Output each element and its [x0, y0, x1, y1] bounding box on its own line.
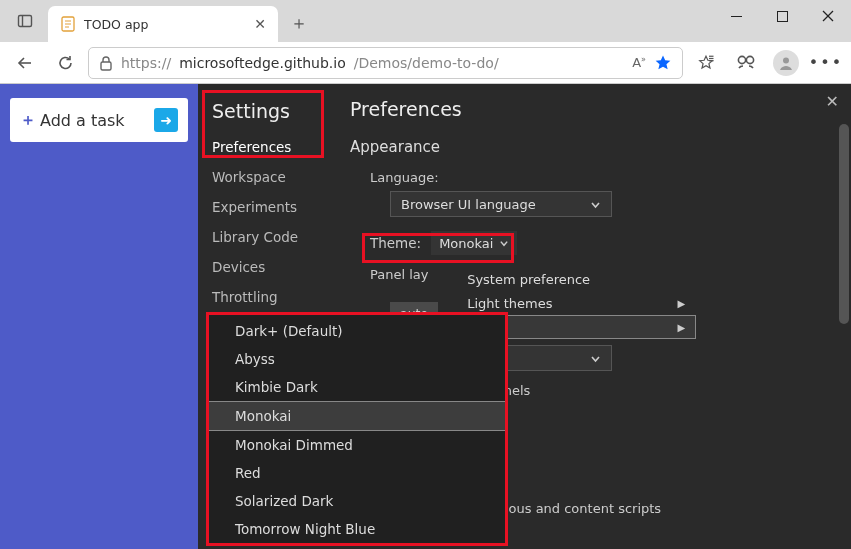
- read-aloud-icon[interactable]: A»: [632, 55, 646, 70]
- chevron-down-icon: [590, 353, 601, 364]
- theme-select[interactable]: Monokai: [431, 231, 517, 255]
- chevron-down-icon: [590, 199, 601, 210]
- address-bar[interactable]: https://microsoftedge.github.io/Demos/de…: [88, 47, 683, 79]
- window-titlebar: TODO app ✕ ＋: [0, 0, 851, 42]
- tab-close-icon[interactable]: ✕: [254, 16, 266, 32]
- window-close-button[interactable]: [805, 0, 851, 32]
- profile-button[interactable]: [769, 47, 803, 79]
- sidebar-item-workspace[interactable]: Workspace: [198, 162, 326, 192]
- svg-rect-7: [777, 11, 787, 21]
- theme-option-selected[interactable]: Monokai: [208, 401, 506, 431]
- theme-group-system[interactable]: System preference: [456, 267, 696, 291]
- arrow-right-icon: ▶: [677, 298, 685, 309]
- theme-dropdown: Dark+ (Default) Abyss Kimbie Dark Monoka…: [208, 314, 506, 544]
- theme-option[interactable]: Abyss: [209, 345, 505, 373]
- tab-actions-icon[interactable]: [8, 4, 42, 38]
- submit-task-button[interactable]: ➜: [154, 108, 178, 132]
- avatar-icon: [773, 50, 799, 76]
- theme-option[interactable]: Kimbie Dark: [209, 373, 505, 401]
- svg-point-15: [738, 56, 745, 63]
- url-host: microsoftedge.github.io: [179, 55, 346, 71]
- tab-title: TODO app: [84, 17, 254, 32]
- site-info-icon[interactable]: [99, 55, 113, 71]
- panel-layout-label: Panel lay: [370, 267, 438, 282]
- more-button[interactable]: •••: [809, 47, 843, 79]
- theme-option[interactable]: Tomorrow Night Blue: [209, 515, 505, 543]
- theme-label: Theme:: [370, 235, 421, 251]
- maximize-button[interactable]: [759, 0, 805, 32]
- scrollbar[interactable]: [839, 124, 849, 324]
- theme-value: Monokai: [439, 236, 493, 251]
- sidebar-item-preferences[interactable]: Preferences: [198, 132, 326, 162]
- minimize-button[interactable]: [713, 0, 759, 32]
- browser-tab[interactable]: TODO app ✕: [48, 6, 278, 42]
- new-tab-button[interactable]: ＋: [282, 6, 316, 40]
- language-value: Browser UI language: [401, 197, 536, 212]
- arrow-right-icon: ▶: [677, 322, 685, 333]
- language-select[interactable]: Browser UI language: [390, 191, 612, 217]
- toolbar: https://microsoftedge.github.io/Demos/de…: [0, 42, 851, 84]
- window-controls: [713, 0, 851, 32]
- chevron-down-icon: [499, 238, 509, 248]
- back-button[interactable]: [8, 47, 42, 79]
- theme-option[interactable]: Red: [209, 459, 505, 487]
- app-sidebar: ＋Add a task ➜: [0, 84, 198, 549]
- favorites-button[interactable]: [689, 47, 723, 79]
- theme-group-light[interactable]: Light themes▶: [456, 291, 696, 315]
- svg-rect-11: [101, 62, 111, 70]
- theme-option[interactable]: Dark+ (Default): [209, 317, 505, 345]
- settings-title: Settings: [198, 94, 326, 132]
- plus-icon: ＋: [20, 110, 36, 131]
- add-task-label: Add a task: [40, 111, 125, 130]
- add-task-input[interactable]: ＋Add a task ➜: [10, 98, 188, 142]
- sidebar-item-devices[interactable]: Devices: [198, 252, 326, 282]
- language-label: Language:: [370, 170, 831, 185]
- sidebar-item-experiments[interactable]: Experiments: [198, 192, 326, 222]
- svg-point-17: [783, 57, 789, 63]
- sidebar-item-library-code[interactable]: Library Code: [198, 222, 326, 252]
- refresh-button[interactable]: [48, 47, 82, 79]
- url-path: /Demos/demo-to-do/: [354, 55, 499, 71]
- section-title: Appearance: [350, 138, 831, 156]
- url-protocol: https://: [121, 55, 171, 71]
- collections-button[interactable]: [729, 47, 763, 79]
- theme-option[interactable]: Monokai Dimmed: [209, 431, 505, 459]
- sidebar-item-throttling[interactable]: Throttling: [198, 282, 326, 312]
- svg-point-16: [746, 56, 753, 63]
- svg-rect-0: [19, 16, 32, 27]
- theme-option[interactable]: Solarized Dark: [209, 487, 505, 515]
- favorite-icon[interactable]: [654, 54, 672, 72]
- main-title: Preferences: [350, 98, 831, 120]
- favicon-icon: [60, 16, 76, 32]
